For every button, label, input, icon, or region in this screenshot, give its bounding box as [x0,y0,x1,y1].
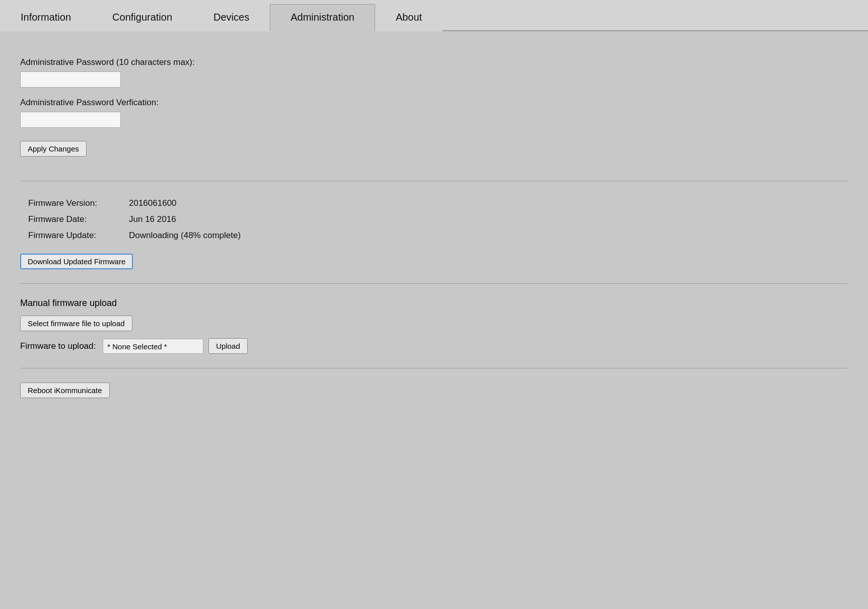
tab-administration[interactable]: Administration [270,4,375,31]
apply-changes-button[interactable]: Apply Changes [20,141,87,157]
reboot-button[interactable]: Reboot iKommunicate [20,383,110,398]
main-content: Administrative Password (10 characters m… [0,31,868,605]
footer: © SailBits.com [0,605,868,609]
password-input[interactable] [20,71,121,88]
firmware-update-label: Firmware Update: [28,227,129,244]
verification-label: Administrative Password Verfication: [20,98,848,108]
firmware-update-value: Downloading (48% complete) [129,227,241,244]
tab-bar: Information Configuration Devices Admini… [0,0,868,31]
firmware-version-row: Firmware Version: 2016061600 [28,195,241,211]
firmware-version-value: 2016061600 [129,195,241,211]
firmware-to-upload-label: Firmware to upload: [20,341,96,351]
firmware-to-upload-row: Firmware to upload: * None Selected * Up… [20,338,848,354]
download-firmware-button[interactable]: Download Updated Firmware [20,254,133,269]
tab-devices[interactable]: Devices [193,4,270,31]
firmware-update-row: Firmware Update: Downloading (48% comple… [28,227,241,244]
divider-1 [20,181,848,181]
manual-upload-title: Manual firmware upload [20,298,848,309]
firmware-info-section: Firmware Version: 2016061600 Firmware Da… [28,195,848,244]
select-firmware-button[interactable]: Select firmware file to upload [20,316,132,331]
password-label: Administrative Password (10 characters m… [20,57,848,67]
reboot-section: Reboot iKommunicate [20,383,848,398]
tab-configuration[interactable]: Configuration [92,4,193,31]
firmware-date-value: Jun 16 2016 [129,211,241,227]
upload-button[interactable]: Upload [208,338,248,354]
divider-2 [20,283,848,284]
verification-input[interactable] [20,112,121,128]
divider-3 [20,368,848,368]
firmware-to-upload-value: * None Selected * [103,339,203,354]
manual-upload-section: Manual firmware upload Select firmware f… [20,298,848,354]
tab-information[interactable]: Information [0,4,92,31]
password-section: Administrative Password (10 characters m… [20,57,848,167]
tab-about[interactable]: About [375,4,443,31]
firmware-date-row: Firmware Date: Jun 16 2016 [28,211,241,227]
firmware-version-label: Firmware Version: [28,195,129,211]
firmware-date-label: Firmware Date: [28,211,129,227]
